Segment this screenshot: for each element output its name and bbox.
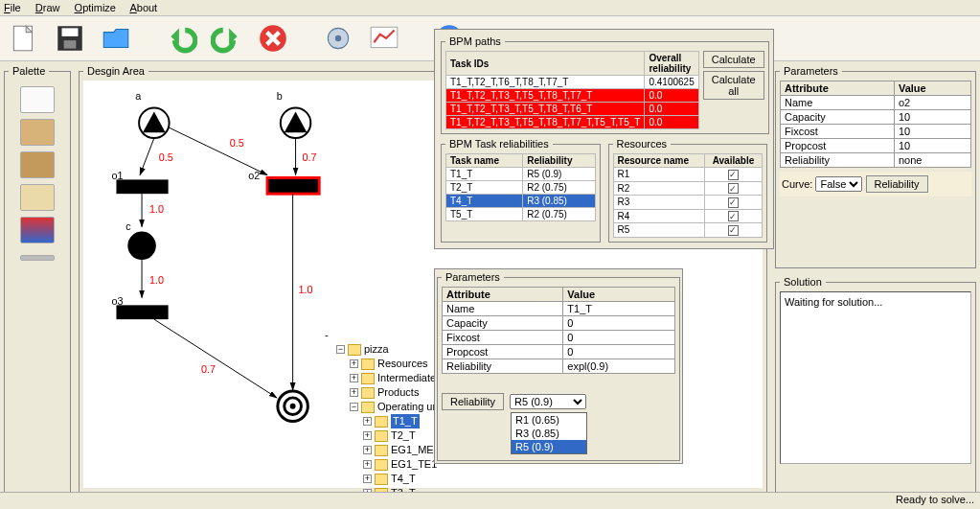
right-params-title: Parameters: [780, 65, 842, 77]
svg-line-27: [154, 319, 277, 398]
bpm-paths-table[interactable]: Task IDsOverall reliability T1_T,T2_T,T6…: [445, 51, 699, 129]
param-propcost[interactable]: 10: [894, 139, 970, 153]
param-reliability[interactable]: expl(0.9): [563, 359, 675, 374]
checkbox[interactable]: ✓: [728, 225, 739, 236]
table-row: T5_TR2 (0.75): [446, 208, 596, 221]
table-row: T4_TR3 (0.85): [446, 195, 596, 208]
table-row: T1_T,T2_T,T3_T,T5_T,T8_T,T6_T0.0: [446, 103, 699, 116]
save-icon[interactable]: [52, 20, 88, 57]
palette-item-5[interactable]: [20, 217, 55, 243]
folder-icon: [361, 387, 375, 399]
tree-expand-icon[interactable]: +: [350, 374, 358, 382]
edge-o1-c: 1.0: [149, 203, 164, 215]
svg-point-23: [127, 232, 156, 261]
svg-line-18: [170, 127, 267, 174]
tree-expand-icon[interactable]: +: [363, 474, 372, 483]
solution-text: Waiting for solution...: [780, 291, 971, 464]
right-params-table: AttributeValue Nameo2 Capacity10 Fixcost…: [780, 81, 971, 168]
undo-icon[interactable]: [163, 20, 199, 57]
menu-draw[interactable]: Draw: [35, 2, 60, 13]
checkbox[interactable]: ✓: [728, 170, 739, 180]
center-params-title: Parameters: [442, 271, 504, 283]
tree-leaf[interactable]: T2_T: [391, 428, 416, 443]
col-overall: Overall reliability: [645, 52, 698, 76]
param-propcost[interactable]: 0: [563, 345, 675, 359]
tree-expand-icon[interactable]: −: [350, 403, 358, 411]
col-taskname: Task name: [446, 154, 523, 168]
node-c-label: c: [125, 220, 131, 232]
dropdown-option[interactable]: R3 (0.85): [512, 427, 586, 440]
settings-icon[interactable]: [320, 20, 356, 57]
tree-leaf[interactable]: EG1_ME1: [391, 443, 440, 457]
menu-file[interactable]: File: [4, 2, 21, 13]
status-bar: Ready to solve...: [0, 492, 980, 509]
palette-item-4[interactable]: [20, 184, 55, 211]
palette-panel: Palette: [4, 65, 71, 495]
palette-item-1[interactable]: [20, 86, 55, 113]
resources-table[interactable]: Resource nameAvailable R1✓ R2✓ R3✓ R4✓ R…: [613, 153, 763, 238]
folder-icon: [375, 430, 388, 442]
table-row: T1_T,T2_T,T6_T,T8_T,T7_T0.4100625: [446, 76, 699, 89]
svg-point-9: [335, 35, 341, 41]
svg-rect-21: [267, 177, 319, 194]
reliability-select[interactable]: R5 (0.9): [510, 394, 586, 409]
param-capacity[interactable]: 0: [563, 316, 675, 331]
open-icon[interactable]: [98, 20, 134, 57]
tree-leaf[interactable]: EG1_TE1: [391, 457, 437, 472]
new-file-icon[interactable]: [6, 20, 42, 57]
param-fixcost[interactable]: 10: [894, 125, 970, 139]
checkbox[interactable]: ✓: [728, 211, 739, 221]
edge-b-o2: 0.7: [302, 151, 316, 163]
bpm-tasks-title: BPM Task reliabilities: [445, 138, 553, 150]
tree-expand-icon[interactable]: +: [350, 359, 358, 368]
solution-panel: Solution Waiting for solution...: [775, 276, 976, 495]
palette-item-2[interactable]: [20, 119, 55, 146]
reliability-button-right[interactable]: Reliability: [866, 175, 928, 193]
checkbox[interactable]: ✓: [728, 197, 739, 208]
checkbox[interactable]: ✓: [728, 183, 739, 194]
tree-node[interactable]: Products: [377, 385, 419, 400]
redo-icon[interactable]: [209, 20, 245, 57]
calculate-button[interactable]: Calculate: [703, 51, 764, 68]
param-reliability[interactable]: none: [894, 153, 970, 168]
folder-icon: [361, 359, 375, 370]
table-row: R4✓: [613, 209, 763, 223]
col-available: Available: [704, 154, 762, 168]
tree-leaf-selected[interactable]: T1_T: [391, 414, 420, 428]
tree-expand-icon[interactable]: +: [363, 417, 372, 426]
param-name[interactable]: o2: [894, 96, 970, 110]
col-value: Value: [894, 81, 970, 96]
tree-leaf[interactable]: T4_T: [391, 472, 416, 486]
bpm-tasks-table[interactable]: Task nameReliability T1_TR5 (0.9) T2_TR2…: [445, 153, 596, 221]
tree-root[interactable]: pizza: [364, 342, 389, 357]
menu-optimize[interactable]: Optimize: [75, 2, 116, 13]
tree-node[interactable]: Intermediates: [377, 371, 442, 385]
calculate-all-button[interactable]: Calculate all: [703, 71, 764, 100]
tree-node[interactable]: Resources: [377, 357, 428, 371]
tree-expand-icon[interactable]: −: [336, 345, 345, 354]
tree-expand-icon[interactable]: +: [363, 446, 372, 454]
svg-rect-25: [116, 305, 168, 319]
param-name[interactable]: T1_T: [563, 302, 675, 316]
palette-item-3[interactable]: [20, 151, 55, 178]
dropdown-option-selected[interactable]: R5 (0.9): [512, 440, 586, 453]
curve-select[interactable]: False: [815, 176, 862, 192]
dropdown-option[interactable]: R1 (0.65): [512, 413, 586, 427]
reliability-button[interactable]: Reliability: [442, 393, 504, 410]
chart-icon[interactable]: [366, 20, 402, 57]
curve-label: Curve:: [782, 178, 812, 190]
palette-item-6[interactable]: [20, 255, 55, 261]
cancel-icon[interactable]: [255, 20, 291, 57]
svg-rect-4: [64, 40, 77, 49]
menu-about[interactable]: About: [129, 2, 157, 13]
table-row: T2_TR2 (0.75): [446, 181, 596, 195]
reliability-dropdown[interactable]: R1 (0.65) R3 (0.85) R5 (0.9): [511, 412, 587, 454]
param-capacity[interactable]: 10: [894, 110, 970, 125]
edge-o3-target: 0.7: [201, 363, 216, 375]
svg-rect-20: [116, 179, 168, 194]
param-fixcost[interactable]: 0: [563, 331, 675, 345]
tree-expand-icon[interactable]: +: [363, 431, 372, 440]
tree-expand-icon[interactable]: +: [350, 388, 358, 397]
tree-expand-icon[interactable]: +: [363, 460, 372, 469]
tree-view[interactable]: - −pizza +Resources +Intermediates +Prod…: [325, 328, 449, 509]
